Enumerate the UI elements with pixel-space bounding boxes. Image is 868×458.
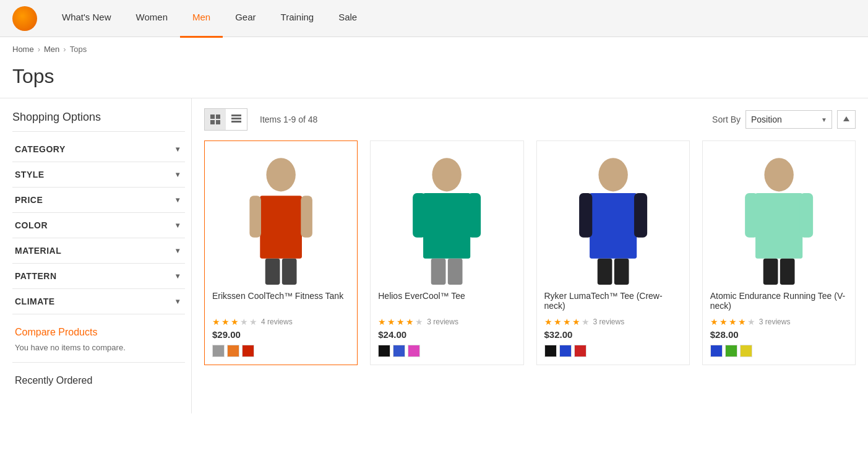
star-icon: ★ bbox=[729, 317, 737, 327]
product-card[interactable]: Ryker LumaTech™ Tee (Crew-neck) ★★★★★ 3 … bbox=[536, 140, 690, 365]
color-swatch[interactable] bbox=[378, 345, 390, 357]
filter-color-header[interactable]: COLOR ▾ bbox=[12, 213, 185, 238]
svg-rect-22 bbox=[579, 193, 592, 238]
product-name: Helios EverCool™ Tee bbox=[378, 291, 515, 313]
svg-rect-13 bbox=[282, 259, 297, 285]
svg-rect-10 bbox=[249, 196, 261, 238]
filter-pattern: PATTERN ▾ bbox=[12, 264, 185, 289]
compare-section: Compare Products You have no items to co… bbox=[12, 314, 185, 363]
product-image bbox=[544, 149, 682, 285]
filter-category-header[interactable]: CATEGORY ▾ bbox=[12, 137, 185, 162]
color-swatch[interactable] bbox=[574, 345, 587, 357]
content-area: Items 1-9 of 48 Sort By Position Product… bbox=[192, 98, 868, 413]
svg-rect-2 bbox=[210, 120, 215, 124]
sort-area: Sort By Position Product Name Price bbox=[712, 110, 856, 129]
chevron-down-icon: ▾ bbox=[173, 271, 183, 281]
filter-climate: CLIMATE ▾ bbox=[12, 289, 185, 314]
product-price: $29.00 bbox=[212, 329, 350, 340]
color-swatch[interactable] bbox=[408, 345, 420, 357]
filter-price-header[interactable]: PRICE ▾ bbox=[12, 188, 185, 212]
product-name: Ryker LumaTech™ Tee (Crew-neck) bbox=[544, 291, 682, 313]
filter-category: CATEGORY ▾ bbox=[12, 137, 185, 162]
nav-link-men[interactable]: Men bbox=[180, 0, 223, 38]
svg-rect-9 bbox=[260, 196, 302, 259]
recently-ordered-section: Recently Ordered bbox=[12, 363, 185, 401]
star-icon: ★ bbox=[221, 317, 230, 327]
svg-rect-4 bbox=[231, 114, 241, 116]
nav-item-sale[interactable]: Sale bbox=[326, 0, 369, 38]
filter-climate-header[interactable]: CLIMATE ▾ bbox=[12, 289, 185, 314]
list-view-button[interactable] bbox=[226, 109, 247, 130]
recently-ordered-title: Recently Ordered bbox=[15, 375, 183, 386]
color-swatches bbox=[212, 345, 350, 357]
star-icon: ★ bbox=[387, 317, 395, 327]
review-count: 4 reviews bbox=[261, 318, 293, 326]
svg-rect-5 bbox=[231, 118, 241, 119]
color-swatch[interactable] bbox=[242, 345, 254, 357]
product-rating: ★★★★★ 3 reviews bbox=[378, 317, 515, 327]
product-image bbox=[212, 149, 350, 285]
color-swatch[interactable] bbox=[725, 345, 737, 357]
color-swatch[interactable] bbox=[544, 345, 557, 357]
breadcrumb-men[interactable]: Men bbox=[44, 45, 59, 54]
filter-style-label: STYLE bbox=[15, 170, 45, 179]
svg-rect-19 bbox=[448, 259, 463, 285]
chevron-down-icon: ▾ bbox=[173, 170, 183, 179]
nav-item-women[interactable]: Women bbox=[124, 0, 180, 38]
svg-rect-17 bbox=[468, 193, 481, 238]
filter-material-header[interactable]: MATERIAL ▾ bbox=[12, 238, 185, 263]
star-icon: ★ bbox=[231, 317, 239, 327]
star-icon: ★ bbox=[554, 317, 562, 327]
chevron-down-icon: ▾ bbox=[173, 246, 183, 256]
star-icon: ★ bbox=[397, 317, 405, 327]
review-count: 3 reviews bbox=[759, 318, 791, 326]
nav-link-gear[interactable]: Gear bbox=[223, 0, 268, 36]
product-card[interactable]: Helios EverCool™ Tee ★★★★★ 3 reviews $24… bbox=[370, 140, 523, 365]
items-count: Items 1-9 of 48 bbox=[254, 114, 706, 124]
toolbar: Items 1-9 of 48 Sort By Position Product… bbox=[204, 108, 856, 131]
color-swatch[interactable] bbox=[740, 345, 752, 357]
nav-link-training[interactable]: Training bbox=[269, 0, 327, 36]
breadcrumb-current: Tops bbox=[70, 45, 87, 54]
product-card[interactable]: Atomic Endurance Running Tee (V-neck) ★★… bbox=[702, 140, 856, 365]
star-icon: ★ bbox=[720, 317, 728, 327]
color-swatch[interactable] bbox=[710, 345, 723, 357]
star-icon: ★ bbox=[572, 317, 580, 327]
svg-rect-12 bbox=[265, 259, 280, 285]
svg-rect-28 bbox=[755, 193, 802, 259]
sort-select[interactable]: Position Product Name Price bbox=[746, 110, 832, 129]
star-icon: ★ bbox=[747, 317, 755, 327]
review-count: 3 reviews bbox=[427, 318, 458, 326]
product-image bbox=[378, 149, 515, 285]
breadcrumb-home[interactable]: Home bbox=[12, 45, 34, 54]
filter-material: MATERIAL ▾ bbox=[12, 238, 185, 264]
nav-link-whats-new[interactable]: What's New bbox=[49, 0, 124, 36]
svg-rect-3 bbox=[216, 120, 220, 124]
top-navigation: What's New Women Men Gear Training Sale bbox=[0, 0, 868, 37]
logo[interactable] bbox=[12, 6, 37, 31]
star-icon: ★ bbox=[249, 317, 257, 327]
sort-select-wrapper: Position Product Name Price bbox=[746, 110, 832, 129]
svg-rect-18 bbox=[431, 259, 446, 285]
nav-link-sale[interactable]: Sale bbox=[326, 0, 369, 36]
grid-view-button[interactable] bbox=[205, 109, 226, 130]
svg-marker-7 bbox=[843, 116, 849, 121]
compare-products-text: You have no items to compare. bbox=[15, 343, 183, 352]
star-icon: ★ bbox=[738, 317, 746, 327]
filter-pattern-header[interactable]: PATTERN ▾ bbox=[12, 264, 185, 288]
color-swatch[interactable] bbox=[559, 345, 572, 357]
nav-link-women[interactable]: Women bbox=[124, 0, 180, 36]
sort-asc-button[interactable] bbox=[837, 110, 856, 129]
product-card[interactable]: Erikssen CoolTech™ Fitness Tank ★★★★★ 4 … bbox=[204, 140, 358, 365]
star-icon: ★ bbox=[212, 317, 220, 327]
nav-item-gear[interactable]: Gear bbox=[223, 0, 268, 38]
color-swatch[interactable] bbox=[393, 345, 405, 357]
product-grid: Erikssen CoolTech™ Fitness Tank ★★★★★ 4 … bbox=[204, 140, 856, 365]
filter-style-header[interactable]: STYLE ▾ bbox=[12, 162, 185, 187]
nav-item-training[interactable]: Training bbox=[269, 0, 327, 38]
color-swatch[interactable] bbox=[227, 345, 239, 357]
color-swatch[interactable] bbox=[212, 345, 225, 357]
filter-category-label: CATEGORY bbox=[15, 144, 66, 154]
nav-item-men[interactable]: Men bbox=[180, 0, 223, 38]
nav-item-whats-new[interactable]: What's New bbox=[49, 0, 124, 38]
